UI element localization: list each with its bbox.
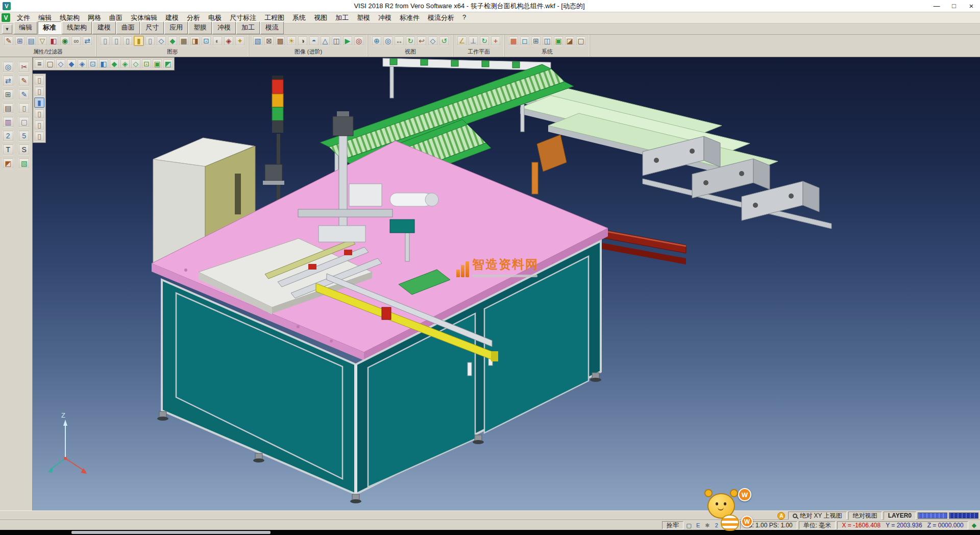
print-icon[interactable]: ▤ <box>3 103 14 114</box>
shadow-icon[interactable]: ◑ <box>298 36 308 46</box>
active-style-icon[interactable]: ▮ <box>134 36 144 46</box>
transparency-icon[interactable]: ◐ <box>212 36 223 46</box>
menu-item-12[interactable]: 视图 <box>310 12 331 23</box>
close-button[interactable]: × <box>963 0 980 12</box>
snap-icon[interactable]: ⊞ <box>3 89 14 100</box>
minimize-button[interactable]: — <box>928 0 945 12</box>
grid-mode-icon[interactable]: ▦ <box>179 36 189 46</box>
tab-10[interactable]: 模流 <box>260 21 284 34</box>
view-cube-back-icon[interactable]: ◧ <box>99 59 109 69</box>
menu-item-11[interactable]: 系统 <box>288 12 310 23</box>
config-icon[interactable]: ◪ <box>565 36 575 46</box>
view-2d-icon[interactable]: 2 <box>3 130 14 141</box>
pan-view-icon[interactable]: ↔ <box>394 36 404 46</box>
cylinder-tool-icon[interactable]: ▯ <box>18 103 30 114</box>
previous-view-icon[interactable]: ↩ <box>416 36 427 46</box>
view-cube-iso-icon[interactable]: ⊡ <box>88 59 98 69</box>
tab-4[interactable]: 曲面 <box>116 21 140 34</box>
menu-item-14[interactable]: 塑模 <box>353 12 374 23</box>
layer-color-bar-1[interactable] <box>918 513 947 519</box>
blank-tool-icon[interactable]: ▢ <box>18 116 30 128</box>
texture-icon[interactable]: ▩ <box>275 36 285 46</box>
trim-icon[interactable]: ✂ <box>18 61 30 72</box>
tab-6[interactable]: 应用 <box>164 21 188 34</box>
iso-view-icon[interactable]: ◇ <box>428 36 438 46</box>
layers-panel-icon[interactable]: ▥ <box>3 116 14 128</box>
view-shade-5-icon[interactable]: ▣ <box>152 59 162 69</box>
edit-geometry-icon[interactable]: ✎ <box>18 89 30 100</box>
attribute-edit-icon[interactable]: ✎ <box>4 36 14 46</box>
maximize-button[interactable]: □ <box>945 0 963 12</box>
shaded-mode-icon[interactable]: ◆ <box>167 36 178 46</box>
view-cube-front-icon[interactable]: ◇ <box>56 59 66 69</box>
menu-item-15[interactable]: 冲模 <box>374 12 396 23</box>
filter-wire-icon[interactable]: ▮ <box>34 98 44 108</box>
surface-tool-icon[interactable]: S <box>18 144 30 155</box>
stereo-icon[interactable]: ◫ <box>331 36 341 46</box>
layer-color-bar-2[interactable] <box>949 513 978 519</box>
palette-tool-icon[interactable]: ◩ <box>3 158 14 169</box>
tolerance-icon[interactable]: ▣ <box>553 36 564 46</box>
tab-8[interactable]: 冲模 <box>212 21 236 34</box>
color-filter-icon[interactable]: ◧ <box>48 36 59 46</box>
monitor-settings-icon[interactable]: ◻ <box>520 36 530 46</box>
tab-7[interactable]: 塑膜 <box>188 21 212 34</box>
line-style-icon[interactable]: ▯ <box>111 36 121 46</box>
filter-dim-icon[interactable]: ▯ <box>34 120 44 130</box>
view-name-cell[interactable]: 绝对 XY 上视图 <box>788 512 846 520</box>
view-cube-side-icon[interactable]: ◈ <box>77 59 87 69</box>
tab-2[interactable]: 线架构 <box>62 21 92 34</box>
material-icon[interactable]: ◈ <box>224 36 234 46</box>
tab-dropdown-button[interactable]: ▼ <box>2 25 12 34</box>
tab-0[interactable]: 编辑 <box>14 21 37 34</box>
snapshot-icon[interactable]: ⊠ <box>264 36 274 46</box>
workplane-new-icon[interactable]: + <box>491 36 501 46</box>
menu-item-18[interactable]: ? <box>458 12 470 23</box>
view-blank-icon[interactable]: ▢ <box>45 59 55 69</box>
zoom-window-icon[interactable]: ◎ <box>383 36 393 46</box>
filter-solid-icon[interactable]: ▯ <box>34 75 44 85</box>
attribute-copy-icon[interactable]: ⊞ <box>15 36 25 46</box>
section-mode-icon[interactable]: ◨ <box>190 36 200 46</box>
visibility-filter-icon[interactable]: ◉ <box>60 36 70 46</box>
render-image-icon[interactable]: ▧ <box>253 36 263 46</box>
menu-item-13[interactable]: 加工 <box>331 12 353 23</box>
status-3d-icon[interactable]: ◆ <box>970 521 978 529</box>
view-shade-6-icon[interactable]: ◩ <box>163 59 173 69</box>
layer-manager-icon[interactable]: ▤ <box>26 36 36 46</box>
lock-toggle[interactable]: 拴牢 <box>662 521 683 529</box>
sketch-icon[interactable]: ✎ <box>18 75 30 86</box>
filter-surface-icon[interactable]: ▯ <box>34 86 44 96</box>
perspective-icon[interactable]: △ <box>320 36 330 46</box>
display-status-icon[interactable]: ▢ <box>685 522 693 529</box>
view-list-icon[interactable]: ≡ <box>34 59 44 69</box>
layer-cell[interactable]: LAYER0 <box>884 512 916 520</box>
lighting-icon[interactable]: ☀ <box>286 36 297 46</box>
link-filter-icon[interactable]: ∞ <box>71 36 81 46</box>
refresh-view-icon[interactable]: ↺ <box>439 36 449 46</box>
point-style-icon[interactable]: ▯ <box>100 36 110 46</box>
menu-item-17[interactable]: 模流分析 <box>424 12 458 23</box>
color-palette-icon[interactable]: ▦ <box>508 36 519 46</box>
menu-item-16[interactable]: 标准件 <box>396 12 424 23</box>
view-shade-4-icon[interactable]: ⊡ <box>141 59 152 69</box>
view-shade-3-icon[interactable]: ◇ <box>131 59 141 69</box>
highlight-icon[interactable]: ✦ <box>235 36 245 46</box>
a-badge-icon[interactable]: A <box>777 512 785 520</box>
filter-all-icon[interactable]: ▯ <box>34 131 44 141</box>
snap-settings-icon[interactable]: ◫ <box>542 36 552 46</box>
solid-style-icon[interactable]: ▯ <box>145 36 155 46</box>
animation-icon[interactable]: ▶ <box>342 36 353 46</box>
view-shade-2-icon[interactable]: ◈ <box>120 59 130 69</box>
filter-point-icon[interactable]: ▯ <box>34 109 44 119</box>
wireframe-mode-icon[interactable]: ◇ <box>156 36 166 46</box>
zoom-fit-icon[interactable]: ⊕ <box>372 36 382 46</box>
background-icon[interactable]: ◓ <box>309 36 319 46</box>
tab-9[interactable]: 加工 <box>236 21 260 34</box>
arc-style-icon[interactable]: ▯ <box>122 36 133 46</box>
tab-1[interactable]: 标准 <box>38 21 61 34</box>
move-icon[interactable]: ⇄ <box>3 75 14 86</box>
view-5-icon[interactable]: 5 <box>18 130 30 141</box>
workplane-rotate-icon[interactable]: ↻ <box>479 36 489 46</box>
viewport-3d[interactable]: ≡▢◇◆◈⊡◧◆◈◇⊡▣◩ ▯▯▮▯▯▯ 智造资料网 Z <box>33 57 980 510</box>
